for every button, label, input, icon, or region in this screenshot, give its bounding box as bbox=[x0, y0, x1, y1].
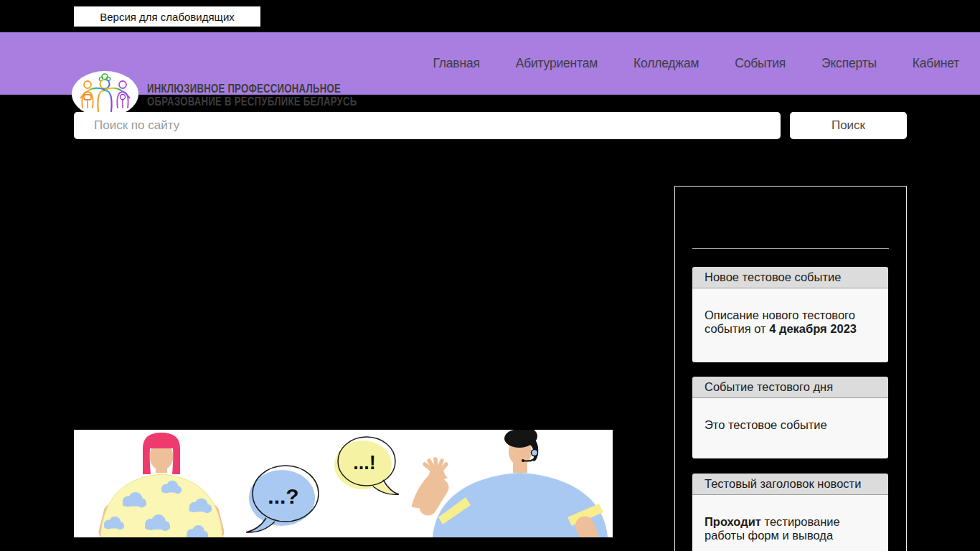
feed-card-news[interactable]: Тестовый заголовок новости Проходит тест… bbox=[692, 474, 888, 551]
feed-card-body: Описание нового тестового события от 4 д… bbox=[692, 288, 888, 362]
feed-card-body: Это тестовое событие bbox=[692, 398, 888, 458]
feed-card-bold-text: 4 декабря 2023 bbox=[769, 322, 857, 335]
person-pink-hair-icon bbox=[97, 433, 226, 537]
feed-card-text: Это тестовое событие bbox=[705, 418, 827, 431]
site-title-line1: ИНКЛЮЗИВНОЕ ПРОФЕССИОНАЛЬНОЕ bbox=[147, 82, 357, 95]
people-conversation-illustration: ...? ...! bbox=[74, 430, 613, 537]
nav-item-cabinet[interactable]: Кабинет bbox=[913, 56, 959, 71]
nav-item-colleges[interactable]: Колледжам bbox=[633, 56, 699, 71]
nav-item-events[interactable]: События bbox=[735, 56, 786, 71]
main-nav: Главная Абитуриентам Колледжам События Э… bbox=[433, 32, 960, 95]
search-button[interactable]: Поиск bbox=[790, 112, 907, 139]
speech-bubble-exclaim-icon: ...! bbox=[334, 437, 399, 494]
events-feed-panel: Новое тестовое событие Описание нового т… bbox=[674, 186, 907, 551]
feed-card-body: Проходит тестирование работы форм и выво… bbox=[692, 495, 888, 551]
site-title: ИНКЛЮЗИВНОЕ ПРОФЕССИОНАЛЬНОЕ ОБРАЗОВАНИЕ… bbox=[147, 82, 357, 108]
site-header: ИНКЛЮЗИВНОЕ ПРОФЕССИОНАЛЬНОЕ ОБРАЗОВАНИЕ… bbox=[0, 32, 980, 95]
feed-card-event-day[interactable]: Событие тестового дня Это тестовое событ… bbox=[692, 377, 888, 458]
person-headset-icon bbox=[412, 430, 608, 537]
nav-item-experts[interactable]: Эксперты bbox=[821, 56, 877, 71]
page: { "colors": { "header-purple": "#a87ee0"… bbox=[0, 0, 980, 551]
feed-card-bold-text: Проходит bbox=[705, 515, 761, 528]
feed-card-title[interactable]: Новое тестовое событие bbox=[692, 267, 888, 288]
exclaim-bubble-text: ...! bbox=[353, 452, 376, 474]
feed-card-event-new[interactable]: Новое тестовое событие Описание нового т… bbox=[692, 267, 888, 362]
feed-separator bbox=[692, 248, 889, 249]
feed-card-title[interactable]: Тестовый заголовок новости bbox=[692, 474, 888, 495]
feed-card-title[interactable]: Событие тестового дня bbox=[692, 377, 888, 398]
nav-item-home[interactable]: Главная bbox=[433, 56, 480, 71]
site-search-input[interactable] bbox=[74, 112, 781, 139]
site-title-line2: ОБРАЗОВАНИЕ В РЕСПУБЛИКЕ БЕЛАРУСЬ bbox=[147, 95, 357, 108]
site-logo-icon[interactable] bbox=[72, 71, 138, 117]
speech-bubble-question-icon: ...? bbox=[246, 466, 319, 532]
question-bubble-text: ...? bbox=[268, 484, 298, 508]
accessibility-version-button[interactable]: Версия для слабовидящих bbox=[74, 6, 260, 27]
nav-item-applicants[interactable]: Абитуриентам bbox=[516, 56, 598, 71]
